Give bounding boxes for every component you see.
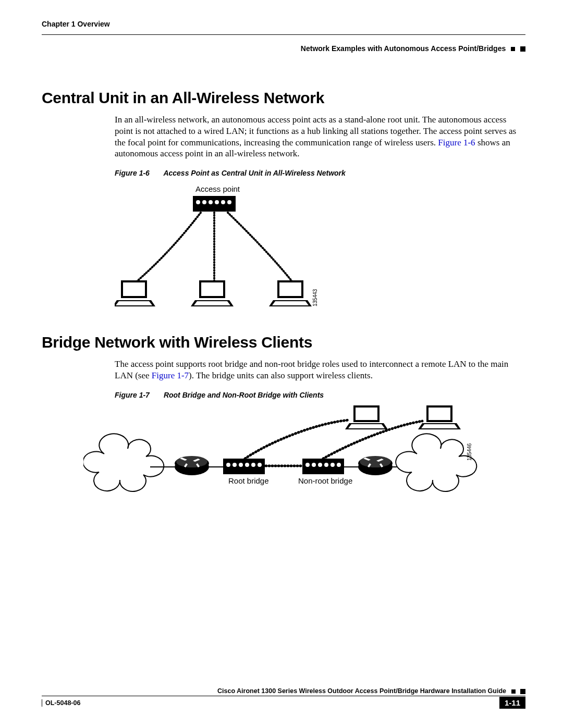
footer-marker-icon: [511, 689, 516, 694]
svg-rect-47: [429, 408, 450, 420]
svg-point-37: [331, 463, 335, 467]
header-section: Network Examples with Autonomous Access …: [301, 44, 506, 53]
footer-doc-id: OL-5048-06: [45, 699, 80, 707]
header-bar: Chapter 1 Overview: [42, 20, 525, 35]
svg-rect-9: [123, 282, 145, 296]
bridge-icon: [302, 459, 344, 474]
access-point-icon: [193, 196, 236, 212]
svg-marker-15: [194, 301, 230, 305]
svg-point-7: [227, 200, 231, 204]
svg-point-30: [258, 463, 262, 467]
body-text: ). The bridge units can also support wir…: [189, 371, 373, 380]
svg-point-25: [226, 463, 230, 467]
laptop-icon: [191, 280, 234, 306]
nonroot-bridge-label: Non-root bridge: [298, 476, 352, 485]
svg-rect-24: [223, 471, 265, 474]
svg-point-35: [318, 463, 322, 467]
router-icon: [358, 456, 393, 475]
figure-label: Figure 1-6: [115, 169, 162, 177]
svg-point-36: [324, 463, 328, 467]
figure-1-7: Root bridge Non-root bridge: [83, 404, 525, 509]
wireless-link-icon: [136, 213, 293, 282]
svg-point-41: [360, 456, 391, 467]
svg-point-27: [239, 463, 243, 467]
cloud-icon: [396, 434, 476, 491]
svg-marker-11: [116, 301, 152, 305]
svg-point-34: [312, 463, 316, 467]
svg-point-28: [245, 463, 249, 467]
image-number: 135443: [312, 289, 318, 306]
figure-title: Root Bridge and Non-Root Bridge with Cli…: [164, 391, 324, 399]
footer: Cisco Aironet 1300 Series Wireless Outdo…: [42, 687, 525, 707]
page-number: 1-11: [499, 697, 525, 709]
svg-marker-19: [272, 301, 309, 305]
figure-title: Access Point as Central Unit in All-Wire…: [163, 169, 345, 177]
image-number: 135446: [467, 443, 472, 461]
svg-rect-1: [193, 208, 236, 212]
ap-label: Access point: [195, 184, 240, 193]
svg-rect-32: [302, 471, 344, 474]
header-section-row: Network Examples with Autonomous Access …: [42, 44, 525, 53]
svg-point-29: [251, 463, 255, 467]
svg-point-6: [221, 200, 225, 204]
section-heading: Central Unit in an All-Wireless Network: [42, 89, 525, 107]
header-chapter: Chapter 1 Overview: [42, 20, 110, 28]
footer-left: OL-5048-06: [42, 699, 80, 707]
laptop-icon: [269, 280, 312, 306]
svg-rect-13: [201, 282, 223, 296]
svg-rect-43: [356, 408, 377, 420]
figure-caption: Figure 1-7 Root Bridge and Non-Root Brid…: [115, 391, 525, 399]
figure-ref-link[interactable]: Figure 1-7: [152, 371, 189, 380]
footer-row: OL-5048-06 1-11: [42, 698, 525, 707]
footer-tick-icon: [42, 699, 42, 707]
footer-right: 1-11: [496, 698, 525, 707]
header-marker-icon: [520, 46, 525, 52]
footer-guide-row: Cisco Aironet 1300 Series Wireless Outdo…: [42, 687, 525, 695]
figure-caption: Figure 1-6 Access Point as Central Unit …: [115, 169, 525, 177]
header-marker-icon: [511, 47, 515, 51]
svg-point-38: [337, 463, 341, 467]
svg-point-2: [196, 200, 200, 204]
figure-label: Figure 1-7: [115, 391, 162, 399]
svg-point-26: [232, 463, 237, 467]
router-icon: [175, 456, 209, 475]
figure-ref-link[interactable]: Figure 1-6: [438, 138, 475, 147]
section-heading: Bridge Network with Wireless Clients: [42, 334, 525, 351]
page: Chapter 1 Overview Network Examples with…: [0, 0, 563, 728]
body-paragraph: The access point supports root bridge an…: [42, 359, 525, 381]
laptop-icon: [115, 280, 155, 306]
cloud-icon: [83, 434, 164, 491]
svg-rect-17: [279, 282, 301, 296]
svg-point-3: [202, 200, 206, 204]
svg-point-5: [215, 200, 219, 204]
footer-guide-title: Cisco Aironet 1300 Series Wireless Outdo…: [217, 687, 506, 695]
svg-marker-45: [348, 424, 385, 428]
footer-marker-icon: [520, 689, 525, 694]
body-paragraph: In an all-wireless network, an autonomou…: [42, 114, 525, 159]
figure-1-6: Access point: [115, 182, 525, 313]
root-bridge-label: Root bridge: [228, 476, 269, 485]
laptop-icon: [345, 405, 388, 429]
bridge-icon: [223, 459, 265, 474]
svg-marker-49: [421, 424, 458, 428]
svg-point-33: [305, 463, 310, 467]
laptop-icon: [418, 405, 461, 429]
svg-point-4: [209, 200, 213, 204]
footer-rule: [42, 696, 525, 696]
svg-point-22: [176, 456, 207, 467]
